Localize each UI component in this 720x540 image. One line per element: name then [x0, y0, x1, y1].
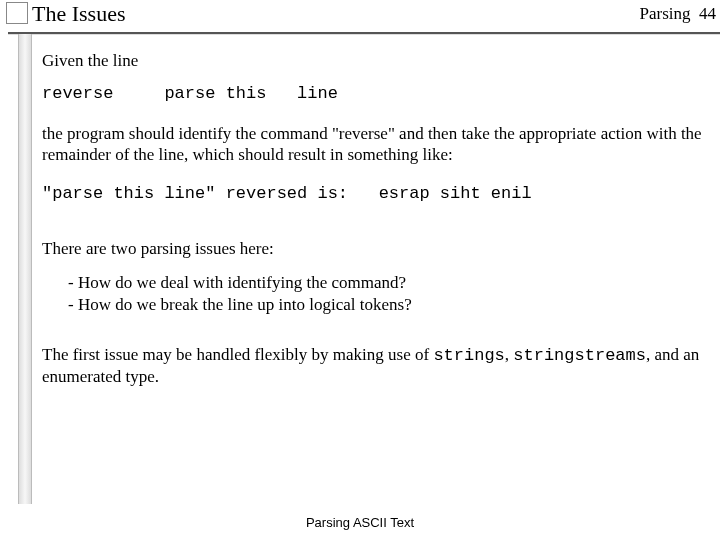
paragraph-issues: There are two parsing issues here:	[42, 238, 702, 259]
code-stringstreams: stringstreams	[513, 346, 646, 365]
slide-body: Given the line reverse parse this line t…	[42, 50, 702, 405]
title-bar: The Issues Parsing 44	[2, 2, 720, 36]
paragraph-solution: The first issue may be handled flexibly …	[42, 344, 702, 388]
paragraph-explain: the program should identify the command …	[42, 123, 702, 166]
bullet-list: - How do we deal with identifying the co…	[68, 272, 702, 316]
title-bullet-box	[6, 2, 28, 24]
code-strings: strings	[433, 346, 504, 365]
page-number: 44	[699, 4, 716, 23]
text: The first issue may be handled flexibly …	[42, 345, 433, 364]
list-item: - How do we break the line up into logic…	[68, 294, 702, 316]
header-right: Parsing 44	[640, 4, 717, 24]
paragraph-intro: Given the line	[42, 50, 702, 71]
title-rule	[8, 32, 720, 35]
footer-text: Parsing ASCII Text	[0, 515, 720, 530]
section-label: Parsing	[640, 4, 691, 23]
code-example-input: reverse parse this line	[42, 83, 702, 104]
slide: The Issues Parsing 44 Given the line rev…	[0, 0, 720, 540]
slide-title: The Issues	[32, 1, 125, 27]
list-item: - How do we deal with identifying the co…	[68, 272, 702, 294]
code-example-output: "parse this line" reversed is: esrap sih…	[42, 183, 702, 204]
left-decorative-bar	[18, 34, 32, 504]
